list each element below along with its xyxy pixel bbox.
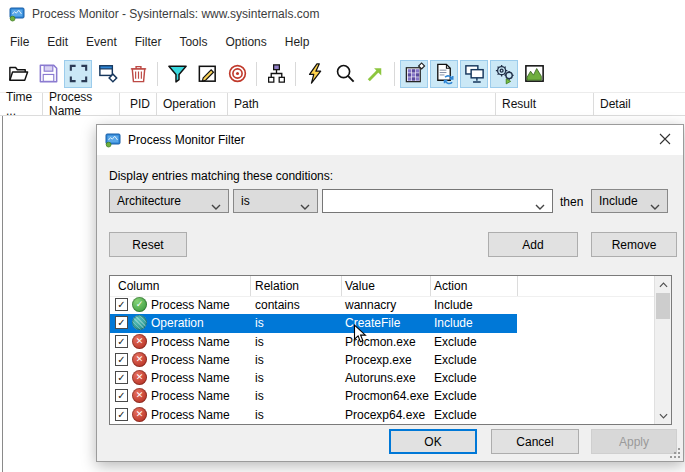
chevron-down-icon — [211, 199, 221, 213]
file-refresh-icon — [433, 62, 456, 85]
cancel-button[interactable]: Cancel — [491, 429, 579, 454]
process-tree-button[interactable] — [262, 60, 290, 88]
filter-column-select[interactable]: Architecture — [109, 189, 229, 213]
then-label: then — [560, 195, 583, 209]
scrollbar-thumb[interactable] — [656, 293, 670, 319]
jump-to-button[interactable] — [361, 60, 389, 88]
list-header-action[interactable]: Action — [434, 279, 467, 293]
row-checkbox-checked[interactable] — [115, 353, 128, 366]
menu-edit[interactable]: Edit — [38, 30, 77, 54]
column-header-path[interactable]: Path — [228, 93, 496, 115]
list-header-value[interactable]: Value — [345, 279, 375, 293]
filter-list-header: Column Relation Value Action — [110, 276, 671, 297]
dialog-titlebar[interactable]: Process Monitor Filter — [97, 125, 683, 155]
row-checkbox-checked[interactable] — [115, 408, 128, 421]
filter-row-selected[interactable]: Operation is CreateFile Include — [110, 314, 654, 332]
exclude-icon — [132, 388, 147, 403]
show-process-thread-activity-button[interactable] — [490, 60, 518, 88]
list-header-column[interactable]: Column — [118, 279, 159, 293]
reset-button[interactable]: Reset — [109, 232, 187, 257]
row-checkbox-checked[interactable] — [115, 389, 128, 402]
profiling-chart-icon — [523, 62, 546, 85]
scroll-up-icon[interactable] — [655, 277, 671, 292]
filter-row[interactable]: Process Name is Procmon.exe Exclude — [110, 333, 654, 351]
filter-action-select[interactable]: Include — [591, 189, 668, 213]
highlight-button[interactable] — [193, 60, 221, 88]
save-button[interactable] — [34, 60, 62, 88]
filter-rows: Process Name contains wannacry Include O… — [110, 296, 654, 424]
toolbar-separator — [295, 62, 296, 86]
filter-row[interactable]: Process Name is Procexp.exe Exclude — [110, 351, 654, 369]
pencil-icon — [196, 62, 219, 85]
autoscroll-button[interactable] — [94, 60, 122, 88]
events-column-headers: Time ... Process Name PID Operation Path… — [0, 92, 685, 116]
menu-help[interactable]: Help — [276, 30, 319, 54]
row-checkbox-checked[interactable] — [115, 335, 128, 348]
filter-row[interactable]: Process Name is Procmon64.exe Exclude — [110, 387, 654, 405]
column-header-process-name[interactable]: Process Name — [43, 93, 120, 115]
capture-events-button[interactable] — [64, 60, 92, 88]
apply-button[interactable]: Apply — [591, 429, 677, 454]
process-monitor-window: Process Monitor - Sysinternals: www.sysi… — [0, 0, 685, 472]
column-header-operation[interactable]: Operation — [157, 93, 228, 115]
boot-logging-button[interactable] — [301, 60, 329, 88]
column-header-result[interactable]: Result — [496, 93, 594, 115]
toolbar-separator — [256, 62, 257, 86]
capture-brackets-icon — [67, 62, 90, 85]
resize-grip[interactable] — [670, 448, 680, 458]
menu-options[interactable]: Options — [216, 30, 275, 54]
scroll-down-icon[interactable] — [655, 408, 671, 423]
close-icon — [659, 133, 671, 148]
column-header-detail[interactable]: Detail — [594, 93, 685, 115]
add-button[interactable]: Add — [488, 232, 578, 257]
row-checkbox-checked[interactable] — [115, 298, 128, 311]
include-process-button[interactable] — [223, 60, 251, 88]
list-header-relation[interactable]: Relation — [255, 279, 299, 293]
dialog-title: Process Monitor Filter — [128, 133, 245, 147]
dialog-close-button[interactable] — [653, 129, 677, 151]
exclude-icon — [132, 370, 147, 385]
filter-row[interactable]: Process Name contains wannacry Include — [110, 296, 654, 314]
show-network-activity-button[interactable] — [460, 60, 488, 88]
open-folder-icon — [7, 62, 30, 85]
show-profiling-events-button[interactable] — [520, 60, 548, 88]
chevron-down-icon — [650, 199, 660, 213]
column-header-pid[interactable]: PID — [120, 93, 157, 115]
bullseye-icon — [226, 62, 249, 85]
open-file-button[interactable] — [4, 60, 32, 88]
find-button[interactable] — [331, 60, 359, 88]
list-scrollbar[interactable] — [654, 276, 671, 424]
network-monitors-icon — [463, 62, 486, 85]
funnel-icon — [166, 62, 189, 85]
show-registry-activity-button[interactable] — [400, 60, 428, 88]
process-monitor-filter-dialog: Process Monitor Filter Display entries m… — [96, 124, 684, 462]
toolbar — [0, 55, 685, 92]
menu-file[interactable]: File — [1, 30, 38, 54]
toolbar-separator — [157, 62, 158, 86]
main-titlebar: Process Monitor - Sysinternals: www.sysi… — [0, 0, 685, 28]
ok-button[interactable]: OK — [389, 429, 477, 454]
filter-button[interactable] — [163, 60, 191, 88]
row-checkbox-checked[interactable] — [115, 316, 128, 329]
clear-display-button[interactable] — [124, 60, 152, 88]
include-icon — [132, 297, 147, 312]
filter-row[interactable]: Process Name is Procexp64.exe Exclude — [110, 406, 654, 424]
procmon-app-icon — [9, 6, 25, 22]
menu-event[interactable]: Event — [77, 30, 126, 54]
row-checkbox-checked[interactable] — [115, 371, 128, 384]
filter-value-combobox[interactable] — [322, 189, 553, 213]
magnifier-icon — [334, 62, 357, 85]
chevron-down-icon — [300, 199, 310, 213]
remove-button[interactable]: Remove — [591, 232, 677, 257]
column-header-time[interactable]: Time ... — [0, 93, 43, 115]
filter-list: Column Relation Value Action Process Nam… — [109, 275, 672, 425]
show-file-system-activity-button[interactable] — [430, 60, 458, 88]
events-list-left-border — [2, 116, 3, 472]
filter-row[interactable]: Process Name is Autoruns.exe Exclude — [110, 369, 654, 387]
autoscroll-icon — [97, 62, 120, 85]
exclude-icon — [132, 352, 147, 367]
org-chart-icon — [265, 62, 288, 85]
menu-tools[interactable]: Tools — [170, 30, 216, 54]
menu-filter[interactable]: Filter — [126, 30, 171, 54]
filter-relation-select[interactable]: is — [233, 189, 318, 213]
